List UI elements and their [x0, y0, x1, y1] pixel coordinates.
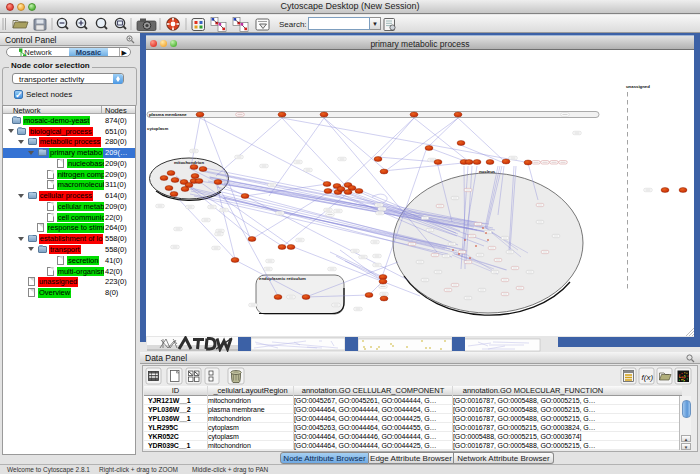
- svg-text:cytoplasm: cytoplasm: [147, 126, 168, 131]
- svg-text:plasma membrane: plasma membrane: [149, 112, 187, 117]
- svg-text:unassigned: unassigned: [626, 84, 650, 89]
- svg-text:nucleus: nucleus: [479, 169, 496, 174]
- svg-text:f(x): f(x): [642, 373, 654, 382]
- svg-text:mitochondrion: mitochondrion: [174, 160, 204, 165]
